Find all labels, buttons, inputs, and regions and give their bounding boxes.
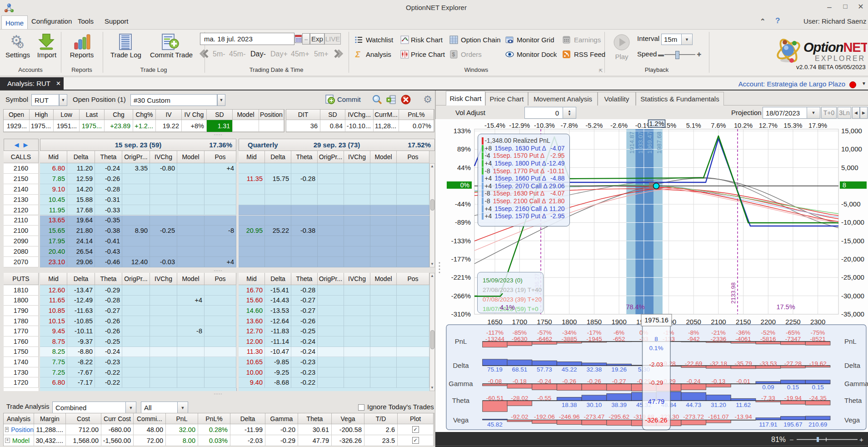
svg-text:2133.98: 2133.98 [730,282,737,304]
svg-text:-13.94: -13.94 [734,413,752,420]
svg-text:0.09: 0.09 [762,384,774,391]
svg-text:-57%: -57% [537,329,552,336]
svg-text:117.91: 117.91 [759,421,777,428]
svg-text:5,000: 5,000 [841,164,858,171]
svg-text:-36%: -36% [736,329,751,336]
svg-text:17.5%: 17.5% [776,303,795,311]
svg-text:-177%: -177% [451,255,471,263]
svg-text:-32.18: -32.18 [710,360,727,367]
svg-text:68.51: 68.51 [512,366,527,373]
svg-text:-117%: -117% [486,329,504,336]
svg-text:-192.06: -192.06 [534,413,555,420]
svg-text:-1945: -1945 [586,336,602,342]
svg-text:45.82: 45.82 [487,421,503,428]
svg-text:47.79: 47.79 [648,398,664,405]
svg-text:-133%: -133% [451,237,471,245]
svg-text:-89%: -89% [455,218,471,226]
svg-text:-266%: -266% [451,292,471,300]
svg-text:-12.9%: -12.9% [509,122,530,129]
svg-text:8: 8 [843,181,846,189]
svg-text:-8%: -8% [688,329,699,336]
svg-text:-0.29: -0.29 [649,379,663,386]
svg-text:-0.24: -0.24 [538,378,552,385]
svg-text:-2.03: -2.03 [649,361,663,368]
svg-text:-34%: -34% [562,329,577,336]
svg-text:0.15: 0.15 [787,384,799,391]
svg-text:75.19: 75.19 [487,366,503,373]
svg-text:1914.87: 1914.87 [629,131,635,154]
svg-text:-0.24: -0.24 [687,378,701,385]
svg-text:-33.53: -33.53 [759,360,777,367]
svg-text:15.3%: 15.3% [783,122,802,129]
svg-text:-246.96: -246.96 [559,413,580,420]
svg-text:-942: -942 [688,336,700,342]
svg-text:-20,000: -20,000 [841,255,864,263]
svg-text:-0.18: -0.18 [513,378,527,385]
svg-text:–: – [790,436,793,443]
svg-text:+: + [859,436,863,443]
svg-text:-44%: -44% [455,200,471,208]
svg-text:38.39: 38.39 [611,402,627,408]
svg-text:-15.4%: -15.4% [484,122,505,129]
svg-text:-0.55: -0.55 [538,395,552,402]
svg-text:-8521: -8521 [810,336,826,342]
svg-text:19.26: 19.26 [611,366,627,373]
svg-text:-295.62: -295.62 [609,413,629,420]
svg-text:1975.16: 1975.16 [644,316,668,324]
svg-text:-52%: -52% [761,329,776,336]
svg-text:57.73: 57.73 [537,366,552,373]
svg-text:-19.62: -19.62 [809,360,826,367]
svg-text:45.22: 45.22 [562,366,577,373]
svg-text:Theta: Theta [452,397,470,404]
svg-text:-5.2%: -5.2% [585,122,603,129]
svg-text:-13244: -13244 [485,336,505,342]
svg-text:$: $ [452,51,455,58]
svg-text:-652: -652 [613,336,625,342]
svg-text:-2.6%: -2.6% [610,122,628,129]
svg-text:-25,000: -25,000 [841,273,864,281]
svg-text:Gamma: Gamma [844,380,868,387]
svg-text:17.9%: 17.9% [808,122,827,129]
svg-text:-0.01: -0.01 [736,378,750,385]
svg-text:-0.27: -0.27 [612,378,626,385]
svg-text:-7347: -7347 [785,336,801,342]
svg-text:-35.79: -35.79 [734,360,752,367]
svg-text:-21%: -21% [711,329,726,336]
svg-text:12.7%: 12.7% [759,122,778,129]
svg-text:-7.8%: -7.8% [561,122,578,129]
svg-text:Vega: Vega [453,416,469,424]
svg-text:PnL: PnL [844,337,857,345]
svg-text:-9630: -9630 [512,336,528,342]
svg-text:1933.07: 1933.07 [637,131,644,154]
svg-text:PnL: PnL [455,337,467,345]
svg-text:-5816: -5816 [760,336,776,342]
svg-text:-0.13: -0.13 [712,378,726,385]
svg-text:-0.26: -0.26 [587,378,601,385]
svg-text:-310%: -310% [451,310,471,318]
svg-text:-65%: -65% [786,329,800,336]
svg-text:-161.07: -161.07 [708,413,729,420]
svg-text:0%: 0% [460,181,469,189]
svg-text:-4061: -4061 [735,336,751,342]
svg-text:-28.02: -28.02 [511,395,528,402]
svg-text:7.6%: 7.6% [711,122,726,129]
svg-text:-24.35: -24.35 [809,395,826,402]
svg-text:210.69: 210.69 [808,421,827,428]
svg-text:-15,000: -15,000 [841,237,864,245]
svg-text:-2336: -2336 [711,336,727,342]
svg-text:18.38: 18.38 [562,402,577,408]
svg-text:133%: 133% [454,127,471,135]
svg-text:-85%: -85% [513,329,527,336]
svg-text:-6%: -6% [614,329,624,336]
svg-text:-19.94: -19.94 [784,395,802,402]
svg-text:-221%: -221% [451,273,471,281]
svg-text:-10,000: -10,000 [841,218,864,226]
svg-text:1987.68: 1987.68 [656,131,663,154]
svg-text:Delta: Delta [453,362,469,369]
svg-text:44.73: 44.73 [686,402,701,408]
svg-text:0.15: 0.15 [812,384,823,391]
svg-text:10,000: 10,000 [841,145,862,153]
svg-text:1969.47: 1969.47 [646,131,653,154]
svg-text:0.1%: 0.1% [649,345,663,352]
svg-text:15,000: 15,000 [841,127,862,135]
